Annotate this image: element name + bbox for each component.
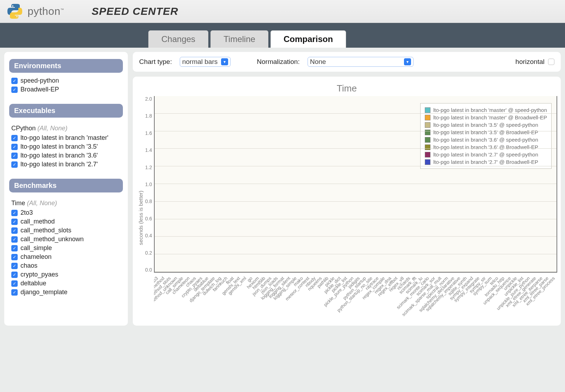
executable-label: lto-pgo latest in branch '3.6' — [20, 152, 98, 159]
executable-item[interactable]: ✓lto-pgo latest in branch '2.7' — [9, 160, 123, 169]
benchmark-item[interactable]: ✓chameleon — [9, 253, 123, 261]
benchmark-label: chaos — [20, 262, 37, 269]
checkbox-icon: ✓ — [11, 227, 18, 234]
executables-links[interactable]: (All, None) — [37, 125, 67, 132]
normalization-value: None — [310, 58, 400, 66]
environment-item[interactable]: ✓Broadwell-EP — [9, 85, 123, 94]
section-executables: Executables — [9, 104, 123, 118]
checkbox-icon: ✓ — [11, 144, 18, 150]
checkbox-icon: ✓ — [11, 135, 18, 141]
chart-type-value: normal bars — [182, 58, 218, 66]
section-benchmarks: Benchmarks — [9, 179, 123, 192]
checkbox-icon: ✓ — [11, 87, 18, 93]
executable-label: lto-pgo latest in branch '2.7' — [20, 161, 98, 168]
python-logo-icon — [6, 3, 23, 20]
benchmark-item[interactable]: ✓call_method_unknown — [9, 235, 123, 244]
benchmark-label: 2to3 — [20, 209, 33, 216]
checkbox-icon: ✓ — [11, 280, 18, 287]
benchmark-item[interactable]: ✓django_template — [9, 288, 123, 297]
environment-item[interactable]: ✓speed-python — [9, 76, 123, 85]
checkbox-icon: ✓ — [11, 236, 18, 243]
benchmark-item[interactable]: ✓2to3 — [9, 208, 123, 217]
tab-changes[interactable]: Changes — [148, 30, 208, 48]
benchmark-item[interactable]: ✓chaos — [9, 261, 123, 270]
benchmark-item[interactable]: ✓call_method_slots — [9, 226, 123, 235]
benchmark-label: call_method_slots — [20, 227, 71, 234]
nav-band: ChangesTimelineComparison — [0, 23, 565, 48]
benchmark-item[interactable]: ✓call_method — [9, 217, 123, 226]
benchmark-label: crypto_pyaes — [20, 271, 58, 278]
benchmark-label: call_simple — [20, 244, 52, 252]
x-axis-labels: 2to3call_methodcall_method_slotscall_met… — [154, 273, 557, 326]
benchmark-item[interactable]: ✓deltablue — [9, 279, 123, 288]
section-environments: Environments — [9, 59, 123, 73]
chart-title: Time — [136, 83, 557, 94]
checkbox-icon: ✓ — [11, 254, 18, 260]
benchmark-label: deltablue — [20, 280, 46, 287]
checkbox-icon: ✓ — [11, 161, 18, 168]
chart-plot[interactable]: lto-pgo latest in branch 'master' @ spee… — [154, 96, 557, 273]
executable-item[interactable]: ✓lto-pgo latest in branch '3.6' — [9, 151, 123, 160]
horizontal-label: horizontal — [516, 58, 545, 66]
logo[interactable]: python™ — [6, 3, 64, 20]
chart-type-label: Chart type: — [139, 58, 172, 66]
checkbox-icon: ✓ — [11, 153, 18, 159]
checkbox-icon: ✓ — [11, 78, 18, 84]
benchmark-label: chameleon — [20, 253, 52, 261]
tabs: ChangesTimelineComparison — [148, 30, 346, 48]
horizontal-checkbox[interactable] — [548, 59, 554, 65]
checkbox-icon: ✓ — [11, 210, 18, 216]
environment-label: Broadwell-EP — [20, 86, 59, 93]
benchmark-label: call_method_unknown — [20, 236, 84, 243]
benchmarks-links[interactable]: (All, None) — [27, 200, 57, 207]
benchmark-item[interactable]: ✓crypto_pyaes — [9, 270, 123, 279]
chart-type-select[interactable]: normal bars ▾ — [180, 57, 231, 67]
checkbox-icon: ✓ — [11, 263, 18, 269]
checkbox-icon: ✓ — [11, 219, 18, 225]
benchmark-item[interactable]: ✓call_simple — [9, 244, 123, 253]
executable-item[interactable]: ✓lto-pgo latest in branch 'master' — [9, 133, 123, 142]
app-title: SPEED CENTER — [92, 5, 178, 17]
benchmark-label: django_template — [20, 289, 67, 296]
tab-timeline[interactable]: Timeline — [210, 30, 268, 48]
normalization-label: Normalization: — [257, 58, 299, 66]
brand-text: python™ — [28, 5, 64, 17]
y-axis-ticks: 2.01.81.61.41.21.00.80.60.40.20.0 — [145, 96, 154, 287]
executable-label: lto-pgo latest in branch '3.5' — [20, 143, 98, 150]
normalization-select[interactable]: None ▾ — [308, 57, 414, 67]
topbar: python™ SPEED CENTER — [0, 0, 565, 23]
checkbox-icon: ✓ — [11, 289, 18, 296]
sidebar: Environments ✓speed-python✓Broadwell-EP … — [4, 52, 128, 326]
chart-panel: Time seconds (less is better) 2.01.81.61… — [133, 77, 561, 326]
checkbox-icon: ✓ — [11, 272, 18, 278]
executable-item[interactable]: ✓lto-pgo latest in branch '3.5' — [9, 142, 123, 151]
benchmarks-group: Time (All, None) — [11, 200, 121, 207]
executable-label: lto-pgo latest in branch 'master' — [20, 134, 108, 142]
benchmark-label: call_method — [20, 218, 55, 225]
chevron-down-icon: ▾ — [221, 58, 228, 65]
y-axis-label: seconds (less is better) — [136, 96, 145, 326]
chevron-down-icon: ▾ — [404, 58, 411, 65]
chart-toolbar: Chart type: normal bars ▾ Normalization:… — [133, 52, 561, 72]
executables-group: CPython (All, None) — [11, 125, 121, 132]
checkbox-icon: ✓ — [11, 245, 18, 251]
tab-comparison[interactable]: Comparison — [270, 30, 346, 48]
environment-label: speed-python — [20, 77, 59, 84]
